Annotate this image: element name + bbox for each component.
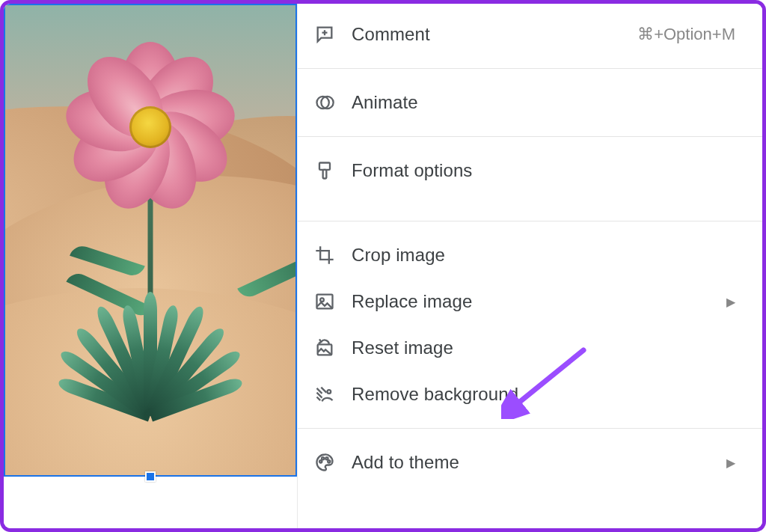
plant-flower — [79, 56, 221, 198]
replace-image-icon — [314, 291, 335, 312]
screenshot-frame: Comment ⌘+Option+M Animate Format option… — [0, 0, 766, 532]
menu-item-reset-image[interactable]: Reset image — [298, 325, 762, 371]
context-menu: Comment ⌘+Option+M Animate Format option… — [297, 4, 762, 528]
submenu-arrow-icon: ▶ — [726, 456, 735, 470]
submenu-arrow-icon: ▶ — [726, 295, 735, 309]
svg-point-16 — [325, 457, 328, 459]
menu-item-remove-background[interactable]: Remove background — [298, 371, 762, 418]
menu-item-add-to-theme[interactable]: Add to theme ▶ — [298, 439, 762, 486]
menu-item-format-options[interactable]: Format options — [298, 147, 762, 194]
menu-divider — [298, 68, 762, 69]
svg-rect-4 — [319, 163, 330, 170]
menu-item-label: Add to theme — [352, 452, 710, 473]
animate-icon — [314, 92, 335, 113]
menu-item-crop-image[interactable]: Crop image — [298, 232, 762, 278]
format-options-icon — [314, 160, 335, 181]
palette-icon — [314, 452, 335, 473]
comment-icon — [314, 24, 335, 45]
reset-image-icon — [314, 337, 335, 358]
svg-line-11 — [317, 397, 321, 401]
svg-point-14 — [319, 460, 322, 462]
slide-canvas[interactable] — [4, 4, 297, 528]
flower-center — [129, 106, 171, 148]
crop-icon — [314, 245, 335, 266]
menu-item-label: Reset image — [352, 337, 735, 358]
menu-item-label: Replace image — [352, 291, 710, 312]
menu-item-comment[interactable]: Comment ⌘+Option+M — [298, 11, 762, 58]
svg-point-13 — [328, 390, 331, 394]
menu-divider — [298, 221, 762, 221]
menu-item-label: Format options — [352, 160, 735, 181]
svg-point-17 — [328, 460, 330, 462]
menu-divider — [298, 428, 762, 429]
remove-background-icon — [314, 384, 335, 405]
menu-gap — [298, 194, 762, 210]
menu-item-label: Crop image — [352, 245, 735, 266]
image-plant — [53, 41, 248, 445]
menu-divider — [298, 136, 762, 137]
svg-line-12 — [321, 388, 326, 393]
menu-item-shortcut: ⌘+Option+M — [637, 25, 735, 44]
svg-point-7 — [320, 298, 324, 302]
selected-image[interactable] — [4, 4, 297, 477]
menu-item-label: Remove background — [352, 384, 735, 405]
svg-point-15 — [322, 457, 324, 459]
menu-item-label: Comment — [352, 24, 621, 45]
menu-item-label: Animate — [352, 92, 735, 113]
svg-rect-5 — [323, 170, 327, 179]
menu-item-animate[interactable]: Animate — [298, 79, 762, 126]
plant-base — [76, 281, 225, 415]
menu-item-replace-image[interactable]: Replace image ▶ — [298, 278, 762, 325]
